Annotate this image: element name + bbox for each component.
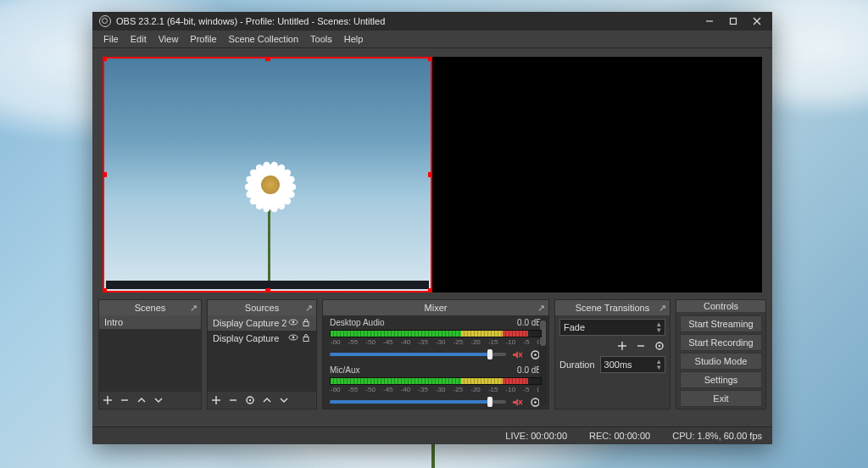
mixer-channel: Mic/Aux 0.0 dB -60-55-50 -45-40-35 -30-2… bbox=[323, 363, 548, 409]
menu-scene-collection[interactable]: Scene Collection bbox=[223, 34, 305, 44]
bottom-panels: Scenes ↗ Intro Sources ↗ bbox=[96, 299, 769, 410]
mixer-panel: Mixer ↗ Desktop Audio 0.0 dB -60-55-50 -… bbox=[322, 299, 549, 410]
resize-handle-n[interactable] bbox=[265, 57, 270, 61]
preview-blank bbox=[432, 57, 762, 292]
mixer-channel-db: 0.0 dB bbox=[517, 318, 542, 327]
obs-logo-icon bbox=[99, 15, 111, 27]
popout-icon[interactable]: ↗ bbox=[190, 303, 198, 314]
transitions-body: Fade ▴▾ Duration 300ms ▴▾ bbox=[555, 315, 670, 409]
menu-profile[interactable]: Profile bbox=[184, 34, 222, 44]
titlebar[interactable]: OBS 23.2.1 (64-bit, windows) - Profile: … bbox=[92, 12, 772, 31]
audio-meter bbox=[330, 330, 542, 337]
svg-point-17 bbox=[249, 399, 251, 401]
scene-up-button[interactable] bbox=[136, 395, 147, 405]
status-live: LIVE: 00:00:00 bbox=[505, 431, 567, 441]
status-rec: REC: 00:00:00 bbox=[589, 431, 650, 441]
scene-item-label: Intro bbox=[104, 317, 123, 327]
resize-handle-sw[interactable] bbox=[103, 288, 107, 292]
scenes-list[interactable]: Intro bbox=[99, 315, 201, 392]
transition-select[interactable]: Fade ▴▾ bbox=[559, 319, 665, 336]
svg-marker-18 bbox=[513, 351, 518, 359]
lock-icon[interactable] bbox=[301, 317, 311, 329]
scenes-panel-title: Scenes bbox=[135, 303, 166, 313]
popout-icon[interactable]: ↗ bbox=[305, 303, 313, 314]
duration-spinner[interactable]: 300ms ▴▾ bbox=[600, 356, 665, 373]
start-recording-button[interactable]: Start Recording bbox=[680, 334, 762, 351]
svg-rect-9 bbox=[303, 322, 309, 326]
chevron-updown-icon: ▴▾ bbox=[657, 359, 661, 370]
controls-panel-header[interactable]: Controls bbox=[676, 300, 765, 312]
svg-point-22 bbox=[534, 354, 537, 356]
mute-button[interactable] bbox=[510, 348, 524, 361]
svg-point-32 bbox=[659, 345, 660, 347]
menu-file[interactable]: File bbox=[97, 34, 125, 44]
resize-handle-s[interactable] bbox=[265, 288, 270, 292]
status-bar: LIVE: 00:00:00 REC: 00:00:00 CPU: 1.8%, … bbox=[92, 426, 772, 444]
sources-list[interactable]: Display Capture 2 Display Capture bbox=[208, 315, 316, 392]
maximize-button[interactable] bbox=[721, 13, 745, 30]
resize-handle-w[interactable] bbox=[103, 172, 107, 177]
obs-window: OBS 23.2.1 (64-bit, windows) - Profile: … bbox=[92, 12, 772, 444]
source-item[interactable]: Display Capture 2 bbox=[208, 315, 316, 331]
volume-slider[interactable] bbox=[330, 400, 506, 404]
source-properties-button[interactable] bbox=[245, 395, 255, 405]
sources-panel: Sources ↗ Display Capture 2 Display Capt… bbox=[207, 299, 317, 410]
sources-panel-header[interactable]: Sources ↗ bbox=[208, 300, 316, 315]
scenes-toolbar bbox=[99, 392, 201, 409]
remove-source-button[interactable] bbox=[228, 395, 238, 405]
mixer-channel-name: Mic/Aux bbox=[330, 365, 360, 375]
source-item-label: Display Capture 2 bbox=[213, 318, 287, 328]
scenes-panel: Scenes ↗ Intro bbox=[98, 299, 202, 410]
studio-mode-button[interactable]: Studio Mode bbox=[680, 353, 762, 370]
source-item[interactable]: Display Capture bbox=[208, 331, 316, 346]
source-down-button[interactable] bbox=[279, 395, 289, 405]
menu-edit[interactable]: Edit bbox=[125, 34, 153, 44]
scenes-panel-header[interactable]: Scenes ↗ bbox=[99, 300, 201, 315]
resize-handle-nw[interactable] bbox=[103, 57, 107, 61]
svg-point-27 bbox=[534, 401, 537, 404]
minimize-button[interactable] bbox=[698, 13, 721, 30]
svg-rect-12 bbox=[303, 337, 309, 342]
settings-button[interactable]: Settings bbox=[680, 371, 762, 388]
resize-handle-e[interactable] bbox=[428, 172, 432, 177]
start-streaming-button[interactable]: Start Streaming bbox=[680, 315, 762, 332]
mixer-panel-header[interactable]: Mixer ↗ bbox=[323, 300, 548, 315]
controls-panel: Controls Start Streaming Start Recording… bbox=[676, 299, 766, 410]
volume-slider[interactable] bbox=[330, 353, 506, 356]
transition-properties-button[interactable] bbox=[654, 341, 665, 351]
menu-tools[interactable]: Tools bbox=[304, 34, 338, 44]
transitions-panel: Scene Transitions ↗ Fade ▴▾ Duration 300… bbox=[554, 299, 670, 410]
preview-selected-source[interactable] bbox=[103, 57, 432, 292]
duration-label: Duration bbox=[559, 359, 595, 370]
popout-icon[interactable]: ↗ bbox=[537, 303, 545, 314]
lock-icon[interactable] bbox=[301, 332, 311, 344]
duration-value: 300ms bbox=[604, 359, 632, 370]
add-scene-button[interactable] bbox=[103, 395, 113, 405]
transitions-panel-header[interactable]: Scene Transitions ↗ bbox=[555, 300, 670, 315]
audio-meter bbox=[330, 377, 542, 385]
scene-item[interactable]: Intro bbox=[99, 315, 201, 329]
remove-transition-button[interactable] bbox=[636, 341, 646, 351]
mixer-channel: Desktop Audio 0.0 dB -60-55-50 -45-40-35… bbox=[323, 315, 548, 363]
mute-button[interactable] bbox=[510, 395, 524, 409]
add-transition-button[interactable] bbox=[617, 341, 627, 351]
visibility-icon[interactable] bbox=[288, 317, 298, 329]
scene-down-button[interactable] bbox=[153, 395, 164, 405]
controls-body: Start Streaming Start Recording Studio M… bbox=[676, 312, 765, 409]
resize-handle-ne[interactable] bbox=[428, 57, 432, 61]
add-source-button[interactable] bbox=[211, 395, 221, 405]
mixer-channel-name: Desktop Audio bbox=[330, 318, 385, 327]
menu-view[interactable]: View bbox=[153, 34, 185, 44]
mixer-panel-title: Mixer bbox=[425, 303, 448, 313]
preview-area[interactable] bbox=[103, 57, 762, 292]
menu-help[interactable]: Help bbox=[338, 34, 370, 44]
close-button[interactable] bbox=[745, 13, 769, 30]
controls-panel-title: Controls bbox=[704, 301, 738, 311]
exit-button[interactable]: Exit bbox=[680, 390, 762, 407]
remove-scene-button[interactable] bbox=[120, 395, 130, 405]
visibility-icon[interactable] bbox=[288, 332, 298, 344]
source-item-label: Display Capture bbox=[213, 333, 279, 343]
resize-handle-se[interactable] bbox=[428, 288, 432, 292]
source-up-button[interactable] bbox=[262, 395, 272, 405]
popout-icon[interactable]: ↗ bbox=[659, 303, 666, 314]
